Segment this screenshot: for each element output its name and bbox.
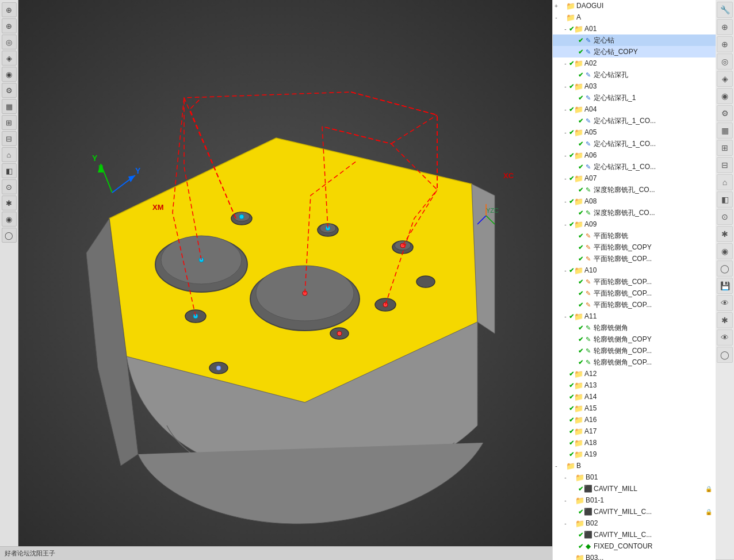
toggle-a09[interactable]: -: [562, 221, 569, 228]
tree-node-b[interactable]: -📁B: [553, 460, 716, 471]
tree-node-a18[interactable]: ✔📁A18: [553, 437, 716, 448]
tree-node-a04[interactable]: -✔📁A04: [553, 103, 716, 115]
tree-node-a19[interactable]: ✔📁A19: [553, 448, 716, 460]
tool-icon-8[interactable]: ⊞: [2, 115, 17, 130]
rt-icon-11[interactable]: ⌂: [717, 174, 733, 190]
tree-node-a17[interactable]: ✔📁A17: [553, 425, 716, 437]
toggle-b01_1[interactable]: -: [562, 497, 569, 504]
tree-node-dxzsk[interactable]: ✔✎定心钻深孔: [553, 69, 716, 80]
tool-icon-11[interactable]: ◧: [2, 163, 17, 178]
toggle-a02[interactable]: -: [562, 60, 569, 67]
rt-icon-13[interactable]: ⊙: [717, 209, 733, 225]
rt-icon-18[interactable]: 👁: [717, 295, 733, 311]
toggle-b01[interactable]: -: [562, 474, 569, 481]
toggle-b[interactable]: -: [553, 463, 560, 469]
rt-icon-9[interactable]: ⊞: [717, 140, 733, 156]
toggle-a10[interactable]: -: [562, 267, 569, 274]
tree-node-a05[interactable]: -✔📁A05: [553, 126, 716, 138]
toggle-a05[interactable]: -: [562, 129, 569, 136]
tree-node-a11[interactable]: -✔📁A11: [553, 310, 716, 322]
toggle-a07[interactable]: -: [562, 175, 569, 182]
tree-node-pmyx[interactable]: ✔✎平面轮廓铣: [553, 230, 716, 241]
tree-node-pmyx_copy[interactable]: ✔✎平面轮廓铣_COPY: [553, 241, 716, 253]
operation-tree[interactable]: +📁DAOGUI-📁A-✔📁A01✔✎定心钻✔✎定心钻_COPY-✔📁A02✔✎…: [552, 0, 716, 560]
toggle-a08[interactable]: -: [562, 198, 569, 205]
rt-icon-19[interactable]: ✱: [717, 312, 733, 328]
tree-node-pmyx_cop3[interactable]: ✔✎平面轮廓铣_COP...: [553, 276, 716, 287]
tree-node-a01[interactable]: -✔📁A01: [553, 23, 716, 34]
rt-icon-8[interactable]: ▦: [717, 122, 733, 139]
tool-icon-15[interactable]: ◯: [2, 228, 17, 243]
toggle-a06[interactable]: -: [562, 152, 569, 159]
tree-node-cavity_mill_c[interactable]: ✔⬛CAVITY_MILL_C...🔒: [553, 506, 716, 517]
tree-node-a12[interactable]: ✔📁A12: [553, 368, 716, 379]
tree-node-pmyx_cop5[interactable]: ✔✎平面轮廓铣_COP...: [553, 299, 716, 310]
toggle-a[interactable]: -: [553, 14, 560, 21]
tree-node-a07[interactable]: -✔📁A07: [553, 172, 716, 184]
rt-icon-1[interactable]: 🔧: [717, 2, 733, 18]
tree-node-cavity_mill_c2[interactable]: ✔⬛CAVITY_MILL_C...: [553, 529, 716, 540]
tree-node-pmyx_cop2[interactable]: ✔✎平面轮廓铣_COP...: [553, 253, 716, 264]
tree-node-fixed_contour[interactable]: ✔◆FIXED_CONTOUR: [553, 540, 716, 552]
tree-node-a10[interactable]: -✔📁A10: [553, 264, 716, 276]
tree-node-b03[interactable]: 📁B03...: [553, 552, 716, 560]
rt-icon-17[interactable]: 💾: [717, 278, 733, 294]
rt-icon-2[interactable]: ⊕: [717, 19, 733, 35]
tool-icon-10[interactable]: ⌂: [2, 147, 17, 162]
rt-icon-16[interactable]: ◯: [717, 260, 733, 277]
rt-icon-10[interactable]: ⊟: [717, 157, 733, 173]
tree-node-dxz[interactable]: ✔✎定心钻: [553, 34, 716, 46]
tree-node-pmyx_cop4[interactable]: ✔✎平面轮廓铣_COP...: [553, 287, 716, 299]
tree-node-lkxcj_copy[interactable]: ✔✎轮廓铣侧角_COPY: [553, 333, 716, 345]
tree-node-a02[interactable]: -✔📁A02: [553, 57, 716, 69]
tree-node-a09[interactable]: -✔📁A09: [553, 218, 716, 230]
tool-icon-9[interactable]: ⊟: [2, 131, 17, 146]
toggle-a03[interactable]: -: [562, 83, 569, 90]
tree-node-a[interactable]: -📁A: [553, 11, 716, 23]
tool-icon-13[interactable]: ✱: [2, 195, 17, 210]
tree-node-dxz_copy[interactable]: ✔✎定心钻_COPY: [553, 46, 716, 57]
tool-icon-1[interactable]: ⊕: [2, 2, 17, 17]
tree-node-lkxcj[interactable]: ✔✎轮廓铣侧角: [553, 322, 716, 333]
tool-icon-5[interactable]: ◉: [2, 67, 17, 82]
rt-icon-7[interactable]: ⚙: [717, 105, 733, 121]
rt-icon-3[interactable]: ⊕: [717, 36, 733, 52]
tree-node-daogui[interactable]: +📁DAOGUI: [553, 0, 716, 11]
tree-node-a08[interactable]: -✔📁A08: [553, 195, 716, 207]
tool-icon-14[interactable]: ◉: [2, 212, 17, 227]
tool-icon-7[interactable]: ▦: [2, 99, 17, 114]
tree-node-sdlmxk[interactable]: ✔✎深度轮廓铣孔_CO...: [553, 184, 716, 195]
tree-node-b01_1[interactable]: -📁B01-1: [553, 494, 716, 506]
tree-node-lkxcj_cop2[interactable]: ✔✎轮廓铣侧角_COP...: [553, 345, 716, 356]
tree-node-a15[interactable]: ✔📁A15: [553, 402, 716, 414]
tree-node-a03[interactable]: -✔📁A03: [553, 80, 716, 92]
rt-icon-4[interactable]: ◎: [717, 53, 733, 70]
tool-icon-2[interactable]: ⊕: [2, 18, 17, 33]
rt-icon-6[interactable]: ◉: [717, 88, 733, 104]
tree-node-b02[interactable]: -📁B02: [553, 517, 716, 529]
tool-icon-4[interactable]: ◈: [2, 51, 17, 66]
tree-node-cavity_mill[interactable]: ✔⬛CAVITY_MILL🔒: [553, 483, 716, 494]
tree-node-b01[interactable]: -📁B01: [553, 471, 716, 483]
tool-icon-6[interactable]: ⚙: [2, 83, 17, 98]
tool-icon-3[interactable]: ◎: [2, 34, 17, 49]
tree-node-a16[interactable]: ✔📁A16: [553, 414, 716, 425]
toggle-a01[interactable]: -: [562, 26, 569, 32]
viewport-3d[interactable]: ⊕ ⊕ ◎ ◈ ◉ ⚙ ▦ ⊞ ⊟ ⌂ ◧ ⊙ ✱ ◉ ◯: [0, 0, 552, 560]
rt-icon-15[interactable]: ◉: [717, 243, 733, 259]
tool-icon-12[interactable]: ⊙: [2, 179, 17, 194]
toggle-a11[interactable]: -: [562, 313, 569, 320]
toggle-a04[interactable]: -: [562, 106, 569, 113]
tree-node-a06[interactable]: -✔📁A06: [553, 149, 716, 161]
tree-node-sdlmxk2[interactable]: ✔✎深度轮廓铣孔_CO...: [553, 207, 716, 218]
rt-icon-12[interactable]: ◧: [717, 191, 733, 208]
tree-node-dxzsk1co3[interactable]: ✔✎定心钻深孔_1_CO...: [553, 161, 716, 172]
rt-icon-21[interactable]: ◯: [717, 347, 733, 363]
tree-node-dxzsk1co[interactable]: ✔✎定心钻深孔_1_CO...: [553, 115, 716, 126]
tree-node-lkxcj_cop3[interactable]: ✔✎轮廓铣侧角_COP...: [553, 356, 716, 368]
rt-icon-5[interactable]: ◈: [717, 71, 733, 87]
toggle-daogui[interactable]: +: [553, 3, 560, 9]
tree-node-a14[interactable]: ✔📁A14: [553, 391, 716, 402]
rt-icon-20[interactable]: 👁: [717, 329, 733, 346]
tree-node-a13[interactable]: ✔📁A13: [553, 379, 716, 391]
